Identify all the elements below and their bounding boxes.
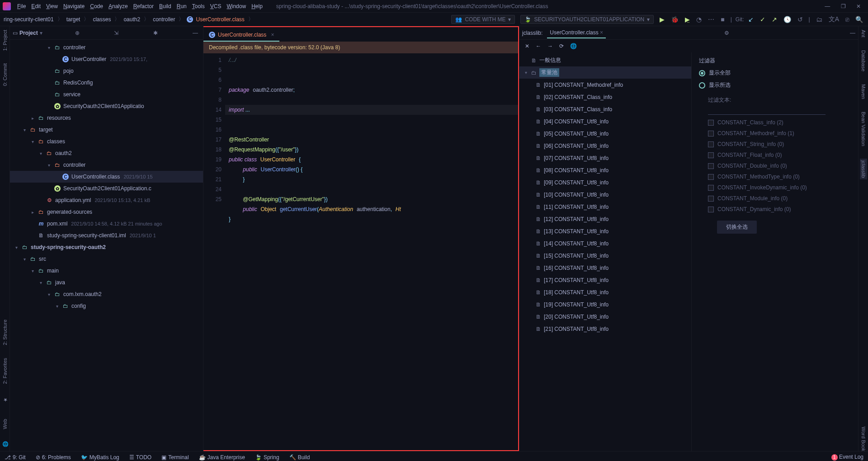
debug-button[interactable]: 🐞 [671,16,679,23]
tree-node[interactable]: 🗀service [10,89,203,100]
tree-node[interactable]: ▸🗀resources [10,112,203,124]
constant-pool-entry[interactable]: 🗎[13] CONSTANT_Utf8_info [519,225,691,237]
wordbook-tool-button[interactable]: Word Book [861,427,866,451]
breadcrumb-item[interactable]: ring-security-client01 [3,16,55,23]
constant-pool-entry[interactable]: 🗎[17] CONSTANT_Utf8_info [519,274,691,286]
filter-checkbox[interactable]: CONSTANT_Module_info (0) [708,195,851,202]
constant-pool-entry[interactable]: 🗎[19] CONSTANT_Utf8_info [519,298,691,310]
settings-icon[interactable]: ⚙ [724,30,729,36]
hide-icon[interactable]: — [190,30,200,36]
tree-node[interactable]: CUserController2021/9/10 15:17, [10,53,203,65]
constant-pool-entry[interactable]: 🗎[09] CONSTANT_Utf8_info [519,176,691,188]
constant-pool-entry[interactable]: 🗎[06] CONSTANT_Utf8_info [519,140,691,152]
tree-node[interactable]: ▾🗀config [10,300,203,312]
menu-file[interactable]: File [14,2,28,11]
minimize-button[interactable]: — [825,3,830,9]
close-button[interactable]: ✕ [856,3,861,9]
menu-analyze[interactable]: Analyze [106,2,131,11]
tree-node[interactable]: 🗀RedisConfig [10,77,203,89]
constant-pool-entry[interactable]: 🗎[16] CONSTANT_Utf8_info [519,262,691,274]
source-code[interactable]: /.../ package oauth2.controller; import … [225,53,518,450]
code-with-me-combo[interactable]: 👥CODE WITH ME▾ [451,15,515,24]
menu-help[interactable]: Help [249,2,265,11]
filter-checkbox[interactable]: CONSTANT_String_info (0) [708,141,851,147]
tree-node[interactable]: ▾🗀com.lxm.oauth2 [10,288,203,300]
tree-node[interactable]: ▾🗀oauth2 [10,147,203,159]
filter-checkbox[interactable]: CONSTANT_Dynamic_info (0) [708,206,851,212]
tree-node-general[interactable]: 🗎一般信息 [519,54,691,66]
tree-node-constant-pool[interactable]: ▾🗀常量池 [519,66,691,79]
toggle-all-button[interactable]: 切换全选 [717,221,757,234]
constant-pool-entry[interactable]: 🗎[10] CONSTANT_Utf8_info [519,188,691,201]
tree-node[interactable]: ✿SecurityOauth2Client01Application.c [10,183,203,194]
tree-node[interactable]: ▾🗀src [10,253,203,265]
menu-refactor[interactable]: Refactor [131,2,156,11]
tree-node[interactable]: ⚙application.yml2021/9/10 15:13, 4.21 kB [10,194,203,206]
filter-checkbox[interactable]: CONSTANT_MethodType_info (0) [708,174,851,180]
tree-node[interactable]: ▾🗀classes [10,136,203,147]
menu-window[interactable]: Window [224,2,249,11]
favorites-tool-button[interactable]: 2: Favorites [2,358,8,384]
breadcrumb-item[interactable]: UserController.class [195,16,245,23]
tree-node[interactable]: ▾🗀study-spring-security-oauth2 [10,241,203,253]
tree-node[interactable]: ✿SecurityOauth2Client01Applicatio [10,100,203,112]
constant-pool-entry[interactable]: 🗎[07] CONSTANT_Utf8_info [519,152,691,164]
breadcrumb-item[interactable]: controller [152,16,176,23]
git-commit-icon[interactable]: ✓ [760,16,765,23]
constant-pool-entry[interactable]: 🗎[21] CONSTANT_Utf8_info [519,323,691,335]
settings-icon[interactable]: ✱ [151,30,160,36]
stop-button[interactable]: ■ [721,16,724,23]
select-opened-icon[interactable]: ⊕ [73,30,82,36]
tree-node[interactable]: ▾🗀controller [10,159,203,171]
web-tool-button[interactable]: Web [2,419,8,429]
constant-pool-entry[interactable]: 🗎[04] CONSTANT_Utf8_info [519,115,691,127]
run-config-combo[interactable]: 🍃SECURITYOAUTH2CLIENT01APPLICATION▾ [520,15,654,24]
tree-node[interactable]: ▾🗀java [10,277,203,288]
translate-icon[interactable]: 文A [829,15,839,24]
attach-button[interactable]: ⋯ [708,16,714,23]
close-tab-icon[interactable]: × [271,32,274,38]
radio-show-all[interactable]: 显示全部 [699,69,851,77]
browser-icon[interactable]: 🌐 [570,43,577,49]
run-button[interactable]: ▶ [660,16,665,23]
constant-pool-entry[interactable]: 🗎[18] CONSTANT_Utf8_info [519,286,691,298]
coverage-button[interactable]: ▶̤ [685,16,690,23]
tree-node[interactable]: mpom.xml2021/9/10 14:58, 4.12 kB 21 minu… [10,218,203,230]
menu-tools[interactable]: Tools [189,2,208,11]
event-log-button[interactable]: 1 Event Log [831,454,863,461]
jclasslib-tool-button[interactable]: jclasslib [860,159,867,180]
breadcrumb-item[interactable]: target [66,16,81,23]
toolbox-icon[interactable]: 🗂 [816,16,822,23]
filter-input[interactable] [708,106,826,115]
tree-node[interactable]: ▸🗀generated-sources [10,206,203,218]
commit-tool-button[interactable]: 0: Commit [2,63,8,86]
spring-tool-button[interactable]: 🍃 Spring [255,454,279,461]
menu-edit[interactable]: Edit [28,2,43,11]
menu-view[interactable]: View [43,2,61,11]
constant-pool-entry[interactable]: 🗎[12] CONSTANT_Utf8_info [519,213,691,225]
mybatis-tool-button[interactable]: 🐦 MyBatis Log [81,454,119,461]
editor-tab[interactable]: C UserController.class × [203,29,279,42]
todo-tool-button[interactable]: ☰ TODO [129,454,151,461]
structure-tool-button[interactable]: 2: Structure [2,320,8,345]
tree-node[interactable]: ▾🗀target [10,124,203,136]
git-update-icon[interactable]: ↙ [748,16,754,23]
constant-pool-entry[interactable]: 🗎[01] CONSTANT_Methodref_info [519,79,691,91]
project-tool-button[interactable]: 1: Project [2,30,8,51]
breadcrumb-item[interactable]: oauth2 [123,16,141,23]
filter-checkbox[interactable]: CONSTANT_Double_info (0) [708,163,851,169]
filter-checkbox[interactable]: CONSTANT_InvokeDynamic_info (0) [708,184,851,191]
filter-checkbox[interactable]: CONSTANT_Methodref_info (1) [708,130,851,136]
close-tab-icon[interactable]: × [600,29,603,36]
tree-node[interactable]: ▾🗀main [10,265,203,277]
jclasslib-tree[interactable]: 🗎一般信息 ▾🗀常量池 🗎[01] CONSTANT_Methodref_inf… [519,52,691,451]
menu-run[interactable]: Run [174,2,189,11]
constant-pool-entry[interactable]: 🗎[05] CONSTANT_Utf8_info [519,127,691,140]
refresh-icon[interactable]: ⟳ [559,43,564,49]
menu-code[interactable]: Code [87,2,106,11]
maximize-button[interactable]: ❐ [841,3,846,9]
constant-pool-entry[interactable]: 🗎[15] CONSTANT_Utf8_info [519,249,691,262]
tree-node[interactable]: 🗀pojo [10,65,203,77]
radio-show-selected[interactable]: 显示所选 [699,81,851,89]
tree-node[interactable]: 🗎study-spring-security-client01.iml2021/… [10,230,203,241]
